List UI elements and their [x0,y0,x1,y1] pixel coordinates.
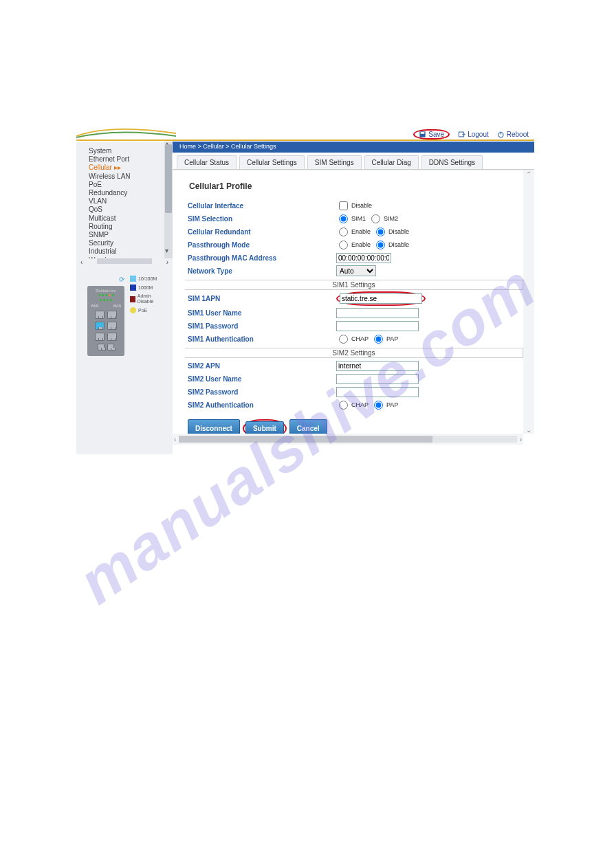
scrollbar-thumb[interactable] [165,144,172,213]
content-hscrollbar[interactable]: ‹› [173,434,523,445]
sim2-auth-chap-radio[interactable] [339,401,348,410]
tab-bar: Cellular StatusCellular SettingsSIM Sett… [173,153,534,170]
sim2-apn-input[interactable] [336,361,419,371]
tab-cellular-diag[interactable]: Cellular Diag [364,155,419,169]
nav-list: SystemEthernet PortCellular ▸▸Wireless L… [76,142,164,258]
nav-item-poe[interactable]: PoE [89,181,164,189]
label-cellular-redundant: Cellular Redundant [185,228,336,236]
cellular-interface-disable-checkbox[interactable] [339,201,348,210]
nav-item-multicast[interactable]: Multicast [89,214,164,223]
redundant-enable-radio[interactable] [339,227,348,236]
content-vscrollbar[interactable]: ⌃⌄ [523,170,534,434]
label-sim2-user: SIM2 User Name [185,375,336,383]
save-button[interactable]: Save [413,129,450,140]
power-icon [497,131,505,138]
label-sim1-user: SIM1 User Name [185,309,336,317]
label-passthrough-mode: Passthrough Mode [185,241,336,249]
sim1-settings-header: SIM1 Settings [185,280,523,290]
crumb-current: Cellular Settings [231,143,276,150]
tab-cellular-settings[interactable]: Cellular Settings [239,155,305,169]
nav-item-vlan[interactable]: VLAN [89,197,164,205]
nav-item-redundancy[interactable]: Redundancy [89,189,164,197]
header-divider [76,140,534,141]
nav-item-qos[interactable]: QoS [89,205,164,214]
tab-sim-settings[interactable]: SIM Settings [307,155,362,169]
sim2-radio[interactable] [371,214,380,223]
refresh-icon[interactable]: ⟳ [87,276,124,283]
crumb-cellular[interactable]: Cellular [203,143,224,150]
passthrough-disable-radio[interactable] [376,241,385,249]
label-sim2-password: SIM2 Password [185,388,336,396]
nav-item-security[interactable]: Security [89,239,164,247]
svg-rect-1 [421,132,425,134]
reboot-label: Reboot [507,131,529,138]
label-sim2-apn: SIM2 APN [185,362,336,370]
sim1-password-input[interactable] [336,321,419,331]
sim1-radio[interactable] [339,214,348,223]
sidebar: SystemEthernet PortCellular ▸▸Wireless L… [76,142,173,454]
sim1-auth-chap-radio[interactable] [339,335,348,344]
save-icon [419,131,426,138]
nav-item-wireless-lan[interactable]: Wireless LAN [89,173,164,181]
redundant-disable-radio[interactable] [376,227,385,236]
form-content: Cellular1 Profile Cellular Interface Dis… [173,170,523,434]
nav-item-ethernet-port[interactable]: Ethernet Port [89,155,164,164]
port-legend: 10/100M 1000M Admin Disable PoE [130,276,164,313]
tab-cellular-status[interactable]: Cellular Status [177,155,237,169]
app-shell: Save Logout Reboot SystemEthernet PortCe… [76,128,534,454]
sim2-user-input[interactable] [336,374,419,384]
passthrough-enable-radio[interactable] [339,241,348,249]
nav-h-scroll[interactable]: ‹› [76,258,173,266]
label-cellular-interface: Cellular Interface [185,202,336,210]
label-passthrough-mac: Passthrough MAC Address [185,254,336,262]
sim2-settings-header: SIM2 Settings [185,348,523,358]
top-toolbar: Save Logout Reboot [413,128,529,140]
label-sim1-auth: SIM1 Authentication [185,335,336,343]
logout-icon [458,131,465,138]
nav-item-system[interactable]: System [89,147,164,155]
logo-swoosh [76,128,176,139]
tab-ddns-settings[interactable]: DDNS Settings [421,155,483,169]
nav-item-cellular-[interactable]: Cellular ▸▸ [89,164,164,172]
network-type-select[interactable]: Auto [336,265,376,276]
main-panel: Home > Cellular > Cellular Settings Cell… [173,142,534,454]
label-sim-selection: SIM Selection [185,215,336,223]
nav-item-snmp[interactable]: SNMP [89,231,164,239]
device-diagram: RocketLinx WANWAN [87,286,124,356]
nav-scrollbar[interactable]: ▴ ▾ [164,142,173,258]
passthrough-mac-input[interactable] [336,253,391,263]
sim1-auth-pap-radio[interactable] [374,335,383,344]
sim2-auth-pap-radio[interactable] [374,401,383,410]
sim2-password-input[interactable] [336,387,419,397]
label-sim1-password: SIM1 Password [185,322,336,330]
nav-item-routing[interactable]: Routing [89,223,164,231]
nav-item-warning[interactable]: Warning [89,256,164,258]
sim1-user-input[interactable] [336,308,419,318]
device-panel: ⟳ RocketLinx WANWAN 10/100M 1000M Admin … [83,271,168,360]
save-label: Save [428,131,444,138]
label-network-type: Network Type [185,267,336,275]
sim1-apn-input[interactable] [340,293,422,304]
nav-item-industrial[interactable]: Industrial [89,247,164,256]
section-title: Cellular1 Profile [189,181,523,191]
crumb-home[interactable]: Home [179,143,196,150]
label-sim2-auth: SIM2 Authentication [185,401,336,409]
label-sim1-apn: SIM 1APN [185,295,336,302]
breadcrumb: Home > Cellular > Cellular Settings [173,142,534,153]
logout-label: Logout [468,131,489,138]
reboot-button[interactable]: Reboot [497,131,529,138]
logout-button[interactable]: Logout [458,131,489,138]
